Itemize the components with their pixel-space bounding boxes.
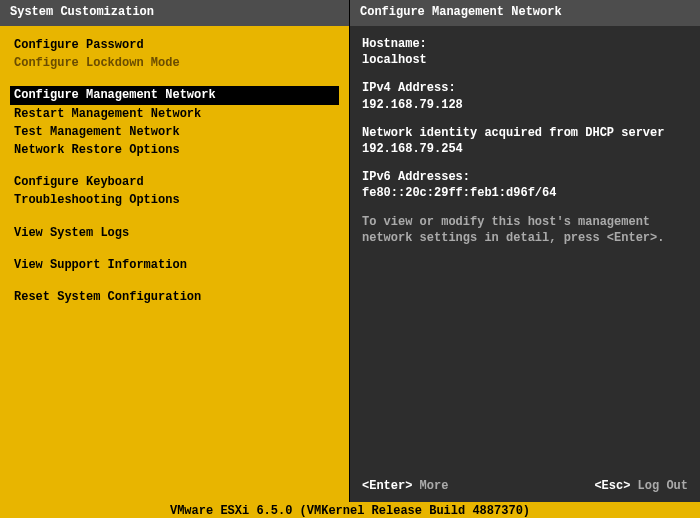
ipv4-label: IPv4 Address: [362, 81, 456, 95]
menu-item[interactable]: Network Restore Options [10, 141, 339, 159]
menu-item[interactable]: Configure Lockdown Mode [10, 54, 339, 72]
menu-item[interactable]: Configure Keyboard [10, 173, 339, 191]
hostname-value: localhost [362, 53, 427, 67]
footer-keys: <Enter> More <Esc> Log Out [350, 472, 700, 502]
right-panel-title: Configure Management Network [350, 0, 700, 26]
enter-key: <Enter> [362, 479, 412, 493]
ipv4-block: IPv4 Address: 192.168.79.128 [362, 80, 688, 112]
left-panel: System Customization Configure PasswordC… [0, 0, 350, 502]
menu-item[interactable]: Configure Password [10, 36, 339, 54]
esc-key: <Esc> [594, 479, 630, 493]
hostname-label: Hostname: [362, 37, 427, 51]
status-bar: VMware ESXi 6.5.0 (VMKernel Release Buil… [0, 502, 700, 518]
enter-label: More [412, 479, 448, 493]
footer-enter[interactable]: <Enter> More [362, 478, 448, 494]
right-panel: Configure Management Network Hostname: l… [350, 0, 700, 502]
footer-esc[interactable]: <Esc> Log Out [594, 478, 688, 494]
hostname-block: Hostname: localhost [362, 36, 688, 68]
ipv6-block: IPv6 Addresses: fe80::20c:29ff:feb1:d96f… [362, 169, 688, 201]
menu-item[interactable]: Troubleshooting Options [10, 191, 339, 209]
menu-list: Configure PasswordConfigure Lockdown Mod… [0, 26, 349, 502]
menu-item[interactable]: Reset System Configuration [10, 288, 339, 306]
main-area: System Customization Configure PasswordC… [0, 0, 700, 502]
dhcp-line: Network identity acquired from DHCP serv… [362, 125, 688, 157]
menu-item[interactable]: View System Logs [10, 224, 339, 242]
menu-item[interactable]: View Support Information [10, 256, 339, 274]
hint-text: To view or modify this host's management… [362, 214, 688, 246]
left-panel-title: System Customization [0, 0, 349, 26]
ipv6-value: fe80::20c:29ff:feb1:d96f/64 [362, 186, 556, 200]
menu-item[interactable]: Restart Management Network [10, 105, 339, 123]
detail-body: Hostname: localhost IPv4 Address: 192.16… [350, 26, 700, 472]
menu-item[interactable]: Configure Management Network [10, 86, 339, 104]
menu-item[interactable]: Test Management Network [10, 123, 339, 141]
ipv4-value: 192.168.79.128 [362, 98, 463, 112]
esc-label: Log Out [630, 479, 688, 493]
ipv6-label: IPv6 Addresses: [362, 170, 470, 184]
